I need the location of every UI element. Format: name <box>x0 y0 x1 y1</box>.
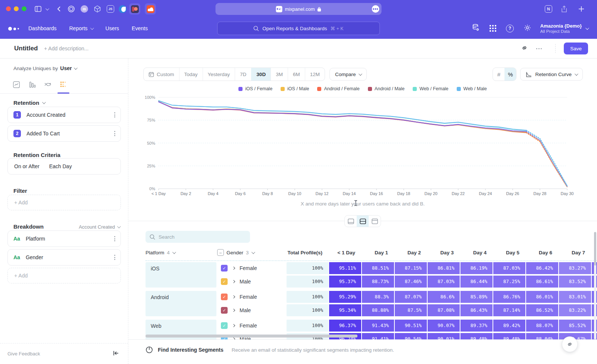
minimize-window-button[interactable] <box>14 6 19 11</box>
project-switcher[interactable]: Amazonia {Demo} All Project Data <box>540 18 588 39</box>
filter-add-button[interactable]: + Add <box>7 195 121 210</box>
tab-funnels[interactable] <box>26 79 38 91</box>
retention-criteria-selector[interactable]: On or After Each Day <box>7 158 121 175</box>
retention-chart[interactable] <box>128 94 587 194</box>
retention-value-cell[interactable]: 87.07% <box>395 291 427 303</box>
platform-cell[interactable]: iOS <box>146 262 216 288</box>
expand-row-icon[interactable] <box>232 324 235 327</box>
url-bar[interactable]: mixpanel.com ••• <box>216 3 382 15</box>
save-button[interactable]: Save <box>564 43 588 54</box>
breakdown-add-button[interactable]: + Add <box>7 268 121 283</box>
retention-value-cell[interactable]: 87.03% <box>428 276 460 288</box>
retention-value-cell[interactable]: 86.61% <box>526 276 558 288</box>
day-column-header[interactable]: < 1 Day <box>329 250 361 255</box>
extension-m-icon[interactable]: m <box>79 3 90 15</box>
extension-blocker-icon[interactable] <box>129 3 140 15</box>
retention-value-cell[interactable]: 86.42% <box>526 262 558 274</box>
tab-flows[interactable] <box>42 79 54 91</box>
percent-toggle[interactable]: % <box>504 68 516 81</box>
retention-value-cell[interactable]: 95.37% <box>329 276 361 288</box>
retention-value-cell[interactable]: 86.76% <box>493 291 525 303</box>
criteria-on-or-after[interactable]: On or After <box>14 163 40 169</box>
retention-value-cell[interactable]: 89.48% <box>493 333 525 339</box>
expand-row-icon[interactable] <box>232 280 235 283</box>
range-3m[interactable]: 3M <box>271 68 288 81</box>
close-window-button[interactable] <box>6 6 11 11</box>
retention-value-cell[interactable]: 87.03% <box>493 262 525 274</box>
retention-value-cell[interactable]: 89.37% <box>460 320 493 332</box>
mixpanel-logo[interactable] <box>8 27 19 31</box>
series-android---male[interactable] <box>159 102 526 132</box>
platform-cell[interactable]: Android <box>146 291 216 316</box>
gender-cell[interactable]: ✓Female <box>217 291 286 303</box>
retention-value-cell[interactable]: 95.34% <box>329 304 361 316</box>
legend-item[interactable]: Web / Male <box>457 86 487 91</box>
series-checkbox[interactable]: ✓ <box>221 294 228 300</box>
give-feedback-link[interactable]: Give Feedback <box>7 351 40 357</box>
help-icon[interactable]: ? <box>506 25 514 32</box>
legend-item[interactable]: Web / Female <box>413 86 448 91</box>
compare-button[interactable]: Compare <box>329 68 367 81</box>
chart-type-button[interactable]: Retention Curve <box>520 68 583 81</box>
retention-value-cell[interactable]: 90.01% <box>428 333 460 339</box>
view-split[interactable] <box>357 216 369 227</box>
url-more-icon[interactable]: ••• <box>372 5 379 13</box>
retention-value-cell[interactable]: 83.01% <box>559 291 591 303</box>
day-column-header[interactable]: Day 4 <box>460 250 493 255</box>
retention-value-cell[interactable]: 86.19% <box>460 262 493 274</box>
day-column-header[interactable]: Day 3 <box>428 250 460 255</box>
day-column-header[interactable]: Day 2 <box>395 250 427 255</box>
back-icon[interactable] <box>54 4 63 13</box>
retention-value-cell[interactable]: 87.25% <box>493 276 525 288</box>
series-checkbox[interactable]: ✓ <box>221 265 228 272</box>
retention-step-2[interactable]: 2 Added To Cart <box>7 125 121 142</box>
horizontal-scrollbar[interactable] <box>146 335 357 338</box>
platform-column-header[interactable]: Platform 4 <box>146 250 216 255</box>
retention-value-cell[interactable]: 95.11% <box>329 262 361 274</box>
retention-value-cell[interactable]: 86.43% <box>460 304 493 316</box>
retention-value-cell[interactable]: 89.42% <box>493 320 525 332</box>
breakdown-gender-label[interactable]: Gender <box>26 254 43 260</box>
series-checkbox[interactable]: ✓ <box>221 307 228 314</box>
step-1-more-icon[interactable] <box>114 112 115 117</box>
retention-value-cell[interactable]: 88.88% <box>362 304 394 316</box>
step-1-label[interactable]: Account Created <box>26 112 65 118</box>
retention-value-cell[interactable]: 87.08% <box>428 304 460 316</box>
expand-row-icon[interactable] <box>232 309 235 312</box>
zoom-window-button[interactable] <box>22 6 26 11</box>
segments-title[interactable]: Find Interesting Segments <box>158 347 224 353</box>
extension-bird-icon[interactable] <box>117 3 128 15</box>
breakdown-gender-more-icon[interactable] <box>114 255 115 260</box>
share-link-fab[interactable] <box>562 336 578 352</box>
tab-retention-selected[interactable] <box>57 79 69 91</box>
collapse-sidebar-icon[interactable] <box>113 351 119 357</box>
retention-value-cell[interactable]: 83.22% <box>559 304 591 316</box>
retention-value-cell[interactable]: 87.15% <box>395 262 427 274</box>
retention-value-cell[interactable]: 86.44% <box>460 276 493 288</box>
add-description[interactable]: + Add description... <box>44 46 88 51</box>
global-search[interactable]: Open Reports & Dashboards ⌘ + K <box>217 22 380 35</box>
series-ios---male[interactable] <box>526 132 568 187</box>
range-today[interactable]: Today <box>179 68 203 81</box>
gender-cell[interactable]: ✓Female <box>217 262 286 274</box>
series-android---female[interactable] <box>159 102 526 133</box>
legend-item[interactable]: iOS / Male <box>281 86 309 91</box>
day-column-header[interactable]: Day 7 <box>559 250 591 255</box>
range-6m[interactable]: 6M <box>288 68 305 81</box>
expand-row-icon[interactable] <box>232 295 235 298</box>
series-checkbox[interactable]: ✓ <box>221 322 228 329</box>
retention-value-cell[interactable]: 88.3% <box>362 291 394 303</box>
retention-value-cell[interactable]: 90.07% <box>428 320 460 332</box>
notion-extension-icon[interactable]: N <box>544 4 553 13</box>
gender-cell[interactable]: ✓Female <box>217 320 286 332</box>
nav-item-dashboards[interactable]: Dashboards <box>28 25 57 31</box>
view-chart-only[interactable] <box>345 216 357 227</box>
series-android---female[interactable] <box>526 133 568 187</box>
table-search[interactable]: Search <box>146 231 250 243</box>
view-table-only[interactable] <box>369 216 381 227</box>
retention-value-cell[interactable]: 86.01% <box>526 291 558 303</box>
breakdown-platform[interactable]: Aa Platform <box>7 230 121 247</box>
retention-value-cell[interactable]: 91.43% <box>362 320 394 332</box>
total-column-header[interactable]: Total Profile(s) <box>287 250 328 255</box>
legend-item[interactable]: iOS / Female <box>238 86 272 91</box>
